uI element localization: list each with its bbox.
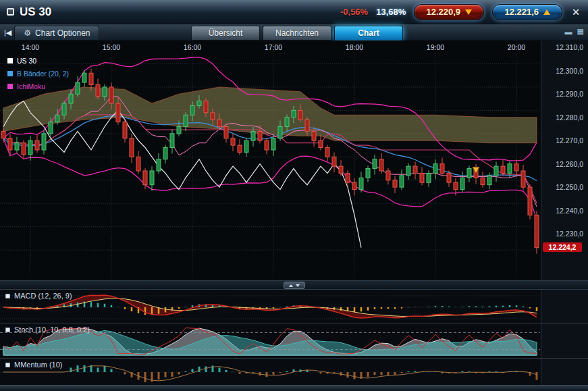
window-header: US 30 -0,56% 13,68% 12.220,9 12.221,6 ✕	[0, 0, 588, 24]
stoch-panel[interactable]: Stoch (10, 10, 0.8, 0.2)	[0, 323, 588, 358]
tab-übersicht[interactable]: Übersicht	[191, 26, 260, 40]
up-triangle-icon	[543, 9, 550, 15]
indicator-bullet-icon	[5, 294, 10, 298]
trading-window: US 30 -0,56% 13,68% 12.220,9 12.221,6 ✕ …	[0, 0, 588, 391]
chevron-up-icon	[289, 284, 293, 287]
tab-nachrichten[interactable]: Nachrichten	[263, 26, 331, 40]
price-axis-label: 12.240,0	[556, 207, 583, 215]
time-axis: 14:0015:0016:0017:0018:0019:0020:00	[0, 43, 540, 51]
toolbar-right-icons: ▬▦	[565, 27, 584, 36]
price-axis-label: 12.250,0	[556, 183, 583, 191]
legend-swatch-icon	[7, 84, 13, 89]
legend-item-ichimoku[interactable]: IchiMoku	[3, 81, 49, 92]
time-axis-label: 17:00	[265, 43, 282, 51]
price-axis-label: 12.290,0	[556, 90, 583, 98]
macd-panel[interactable]: MACD (12, 26, 9)	[0, 289, 588, 323]
momentum-panel-header: MMentum (10)	[5, 361, 63, 369]
tab-chart[interactable]: Chart	[334, 26, 403, 40]
price-axis-label: 12.260,0	[556, 160, 583, 168]
momentum-axis	[541, 359, 588, 385]
splitter-handle[interactable]	[284, 282, 305, 289]
macd-axis	[541, 290, 588, 323]
chart-legend: US 30B Bänder (20, 2)IchiMoku	[3, 55, 73, 92]
minimize-chart-icon[interactable]: ▬	[565, 27, 572, 36]
instrument-title: US 30	[20, 5, 51, 19]
momentum-panel-label: MMentum (10)	[14, 361, 63, 369]
legend-item-b-b-nder-20-2-[interactable]: B Bänder (20, 2)	[3, 68, 73, 79]
legend-item-us-30[interactable]: US 30	[3, 55, 41, 66]
legend-label: B Bänder (20, 2)	[17, 70, 69, 78]
buy-price-value: 12.221,6	[504, 7, 539, 17]
stoch-panel-label: Stoch (10, 10, 0.8, 0.2)	[14, 325, 90, 334]
time-axis-label: 14:00	[22, 43, 39, 51]
price-axis-label: 12.270,0	[556, 136, 583, 145]
main-chart-area[interactable]: 14:0015:0016:0017:0018:0019:0020:00 12.3…	[0, 41, 588, 280]
legend-swatch-icon	[7, 58, 13, 63]
time-axis-label: 15:00	[103, 43, 120, 51]
price-chart-canvas[interactable]	[0, 41, 540, 280]
chart-options-label: Chart Optionen	[35, 28, 90, 38]
change-percent: -0,56%	[340, 7, 368, 17]
sell-price-button[interactable]: 12.220,9	[414, 4, 484, 20]
chart-toolbar: |◀ ⚙ Chart Optionen ÜbersichtNachrichten…	[0, 24, 588, 41]
time-axis-label: 19:00	[427, 43, 444, 51]
macd-panel-label: MACD (12, 26, 9)	[14, 292, 72, 300]
price-axis[interactable]: 12.310,012.300,012.290,012.280,012.270,0…	[541, 41, 588, 280]
current-price-badge: 12.224,2	[543, 242, 582, 252]
buy-price-button[interactable]: 12.221,6	[492, 4, 562, 20]
momentum-canvas	[0, 359, 540, 385]
legend-swatch-icon	[7, 71, 13, 76]
price-axis-label: 12.300,0	[556, 67, 583, 75]
chart-options-button[interactable]: ⚙ Chart Optionen	[14, 26, 99, 40]
collapse-panel-icon[interactable]: |◀	[4, 28, 11, 37]
indicator-bullet-icon	[5, 363, 10, 367]
stoch-axis	[541, 323, 588, 358]
close-icon[interactable]: ✕	[570, 7, 581, 18]
time-axis-label: 18:00	[346, 43, 363, 51]
indicator-bullet-icon	[5, 328, 10, 332]
down-triangle-icon	[465, 9, 472, 15]
panel-splitter	[0, 280, 588, 289]
gear-icon: ⚙	[24, 28, 31, 38]
tab-bar: ÜbersichtNachrichtenChart	[191, 26, 403, 40]
macd-panel-header: MACD (12, 26, 9)	[5, 292, 72, 300]
momentum-panel[interactable]: MMentum (10)	[0, 358, 588, 385]
stoch-panel-header: Stoch (10, 10, 0.8, 0.2)	[5, 325, 90, 334]
chevron-down-icon	[296, 284, 300, 287]
legend-label: IchiMoku	[17, 82, 45, 90]
legend-label: US 30	[17, 57, 36, 65]
sell-price-value: 12.220,9	[426, 7, 460, 17]
price-axis-label: 12.310,0	[556, 43, 583, 51]
time-axis-label: 16:00	[184, 43, 201, 51]
grid-view-icon[interactable]: ▦	[577, 27, 584, 36]
macd-canvas	[0, 290, 540, 323]
price-axis-label: 12.280,0	[556, 113, 583, 122]
time-axis-label: 20:00	[508, 43, 525, 51]
price-axis-label: 12.230,0	[556, 230, 583, 238]
instrument-icon	[7, 8, 14, 16]
bottom-bar	[0, 385, 588, 391]
margin-percent: 13,68%	[376, 7, 406, 17]
